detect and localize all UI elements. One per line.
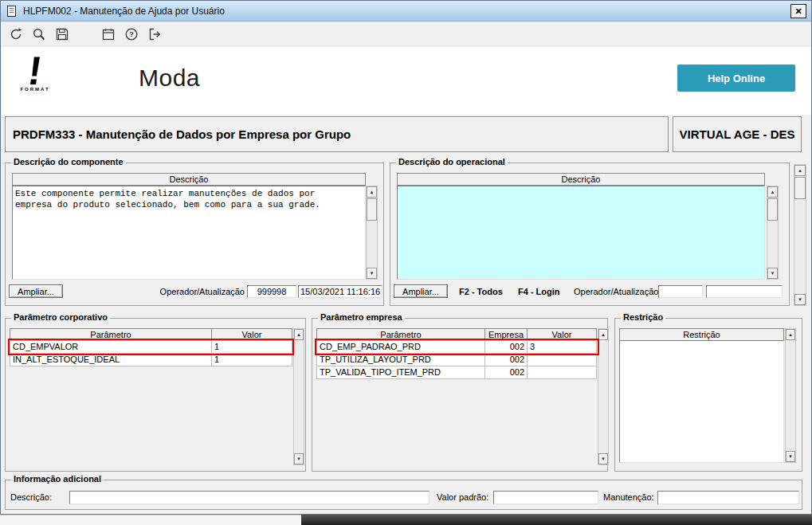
desktop-strip (0, 515, 812, 525)
component-description-group: Descrição do componente Descrição Este c… (5, 163, 384, 306)
manutencao-input[interactable] (657, 491, 799, 504)
value-cell[interactable]: 1 (211, 353, 292, 366)
param-cell[interactable]: CD_EMPVALOR (10, 340, 212, 354)
scroll-down-button[interactable]: ▼ (294, 453, 304, 464)
column-header-parametro: Parâmetro (316, 328, 485, 341)
program-title: PRDFM333 - Manutenção de Dados por Empre… (5, 116, 669, 152)
module-title: Moda (139, 65, 200, 92)
scroll-up-button[interactable]: ▲ (786, 329, 795, 340)
operational-description-scrollbar[interactable]: ▲ ▼ (767, 186, 779, 280)
undo-icon (9, 27, 23, 41)
help-online-button[interactable]: Help Online (677, 65, 795, 92)
scrollbar-track[interactable] (767, 198, 778, 268)
scroll-up-button[interactable]: ▲ (294, 329, 304, 340)
scroll-down-button[interactable]: ▼ (786, 451, 795, 462)
scroll-up-button[interactable]: ▲ (767, 186, 778, 198)
calendar-button[interactable] (99, 25, 118, 44)
svg-text:?: ? (129, 29, 134, 38)
toolbar-spacer (76, 33, 95, 34)
app-window: HLPFM002 - Manutenção de Ajuda por Usuár… (0, 0, 812, 515)
app-header: ! FORMAT Moda Help Online (2, 47, 811, 115)
scroll-down-button[interactable]: ▼ (767, 268, 778, 279)
scrollbar-track[interactable] (367, 198, 377, 268)
company-cell[interactable]: 002 (484, 353, 528, 366)
scrollbar-track[interactable] (598, 340, 608, 453)
undo-button[interactable] (6, 25, 25, 44)
company-parameter-group: Parâmetro empresa Parâmetro Empresa Valo… (312, 318, 608, 472)
f4-login-label: F4 - Login (518, 287, 560, 296)
scroll-up-button[interactable]: ▲ (367, 186, 377, 198)
scroll-up-button[interactable]: ▲ (794, 165, 806, 176)
component-description-scrollbar[interactable]: ▲ ▼ (366, 186, 378, 280)
corporate-parameter-legend: Parâmetro corporativo (11, 312, 110, 322)
format-logo: ! FORMAT (11, 52, 59, 92)
scrollbar-track[interactable] (786, 340, 795, 451)
descricao-input[interactable] (69, 491, 430, 504)
corporate-parameter-group: Parâmetro corporativo Parâmetro Valor CD… (5, 318, 306, 472)
company-parameter-legend: Parâmetro empresa (318, 312, 405, 322)
close-button[interactable]: ✕ (790, 4, 806, 18)
value-cell[interactable] (527, 366, 597, 379)
scrollbar-track[interactable] (294, 340, 304, 453)
calendar-icon (101, 27, 116, 41)
f2-todos-label: F2 - Todos (459, 287, 503, 296)
column-header-restricao: Restrição (619, 328, 784, 341)
main-toolbar: ? (2, 22, 811, 46)
window-title: HLPFM002 - Manutenção de Ajuda por Usuár… (23, 6, 225, 17)
scroll-down-button[interactable]: ▼ (367, 268, 377, 279)
logo-exclamation-icon: ! (9, 52, 62, 90)
help-button[interactable]: ? (122, 25, 141, 44)
restriction-scrollbar[interactable]: ▲ ▼ (785, 328, 796, 463)
param-cell[interactable]: CD_EMP_PADRAO_PRD (316, 340, 485, 354)
component-description-text: Este componente permite realizar manuten… (13, 186, 335, 212)
param-cell[interactable]: IN_ALT_ESTOQUE_IDEAL (10, 353, 212, 366)
save-button[interactable] (53, 25, 72, 44)
scroll-down-button[interactable]: ▼ (794, 294, 806, 305)
additional-info-group: Informação adicional Descrição: Valor pa… (5, 480, 802, 510)
save-icon (55, 27, 69, 41)
company-parameter-scrollbar[interactable]: ▲ ▼ (598, 328, 609, 465)
window-titlebar: HLPFM002 - Manutenção de Ajuda por Usuár… (1, 1, 811, 22)
scrollbar-thumb[interactable] (794, 177, 806, 199)
param-cell[interactable]: TP_VALIDA_TIPO_ITEM_PRD (316, 366, 485, 379)
exit-button[interactable] (145, 25, 164, 44)
component-operador-label: Operador/Atualização (117, 287, 245, 296)
valor-padrao-input[interactable] (493, 491, 598, 504)
component-operador-field[interactable] (247, 285, 296, 298)
operational-atualizacao-field[interactable] (706, 285, 783, 298)
restriction-list[interactable] (619, 340, 784, 463)
value-cell[interactable] (527, 353, 597, 366)
param-cell[interactable]: TP_UTILIZA_LAYOUT_PRD (316, 353, 485, 366)
scrollbar-thumb[interactable] (767, 198, 778, 221)
help-icon: ? (124, 27, 139, 41)
scroll-up-button[interactable]: ▲ (598, 329, 608, 340)
company-cell[interactable]: 002 (484, 366, 528, 379)
company-cell[interactable]: 002 (484, 340, 528, 354)
scrollbar-thumb[interactable] (367, 198, 377, 221)
corporate-parameter-scrollbar[interactable]: ▲ ▼ (293, 328, 304, 465)
search-icon (32, 27, 46, 41)
column-header-valor: Valor (211, 328, 292, 341)
column-header-valor: Valor (527, 328, 597, 341)
desktop-strip-light (0, 515, 301, 525)
operational-operador-field[interactable] (658, 285, 703, 298)
window-icon (6, 5, 18, 18)
manutencao-label: Manutenção: (603, 492, 654, 502)
component-ampliar-button[interactable]: Ampliar... (9, 284, 63, 298)
search-button[interactable] (29, 25, 49, 44)
scrollbar-track[interactable] (794, 176, 806, 294)
column-header-parametro: Parâmetro (10, 328, 212, 341)
valor-padrao-label: Valor padrão: (437, 492, 488, 502)
component-atualizacao-field[interactable] (298, 285, 382, 298)
operational-description-textarea[interactable] (397, 186, 765, 280)
scroll-down-button[interactable]: ▼ (598, 453, 608, 464)
component-description-textarea[interactable]: Este componente permite realizar manuten… (12, 186, 366, 280)
operational-ampliar-button[interactable]: Ampliar... (394, 284, 448, 298)
descricao-label: Descrição: (10, 492, 52, 502)
right-edge-scrollbar[interactable]: ▲ ▼ (794, 164, 806, 306)
exit-icon (147, 27, 162, 41)
value-cell[interactable]: 3 (527, 340, 597, 354)
environment-label: VIRTUAL AGE - DES (673, 116, 802, 152)
restriction-group: Restrição Restrição ▲ ▼ (614, 318, 802, 472)
value-cell[interactable]: 1 (211, 340, 292, 354)
